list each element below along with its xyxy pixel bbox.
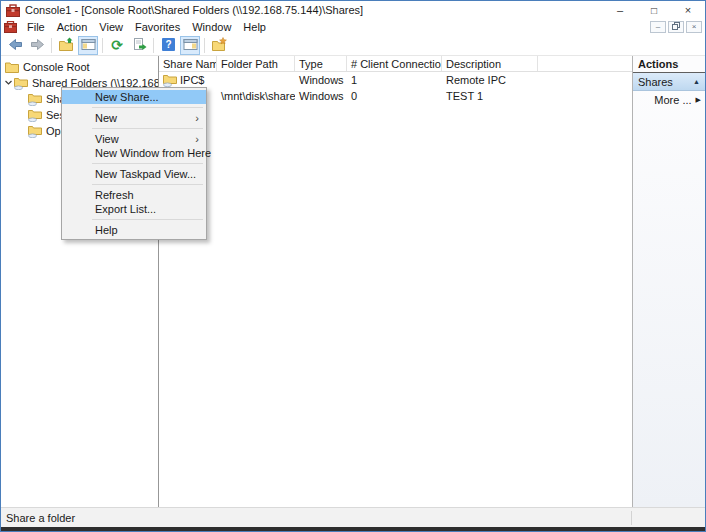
export-list-button[interactable] [129, 36, 149, 55]
table-row-share[interactable]: \mnt\disk\share Windows 0 TEST 1 [159, 88, 632, 104]
menu-item-new-window-from-here[interactable]: New Window from Here [62, 146, 206, 160]
folder-icon [5, 61, 19, 74]
mdi-restore-button[interactable] [668, 21, 684, 33]
toolbar-separator [153, 38, 154, 53]
mdi-window-controls: – × [650, 21, 705, 33]
tree-item-console-root[interactable]: Console Root [1, 59, 158, 75]
forward-button[interactable] [27, 36, 47, 55]
status-text: Share a folder [6, 512, 75, 524]
menu-item-new-taskpad-view[interactable]: New Taskpad View... [62, 167, 206, 181]
close-icon: × [685, 4, 691, 16]
close-button[interactable]: × [671, 1, 705, 19]
cell-folder-path: \mnt\disk\share [221, 90, 295, 102]
toolbar-separator [204, 38, 205, 53]
menu-item-new[interactable]: New › [62, 111, 206, 125]
submenu-arrow-icon: › [195, 132, 199, 146]
menu-item-help[interactable]: Help [62, 223, 206, 237]
window-bottom-edge [1, 527, 705, 531]
show-action-pane-button[interactable] [180, 36, 200, 55]
menu-action[interactable]: Action [51, 19, 94, 35]
column-header-type[interactable]: Type [295, 56, 347, 71]
console-tree-icon [81, 37, 96, 54]
context-menu: New Share... New › View › New Window fro… [61, 87, 207, 240]
refresh-icon: ⟳ [111, 38, 123, 52]
shares-list-pane: ˆ Share Name Folder Path Type # Client C… [159, 56, 632, 507]
minimize-button[interactable]: – [603, 1, 637, 19]
toolbar-separator [102, 38, 103, 53]
chevron-down-icon[interactable] [4, 77, 14, 89]
cell-client-connections: 0 [351, 90, 357, 102]
actions-pane-title: Actions [633, 56, 705, 73]
shared-folder-icon [28, 109, 42, 122]
column-header-label: # Client Connections [351, 58, 442, 70]
menu-view[interactable]: View [93, 19, 129, 35]
new-share-button[interactable] [209, 36, 229, 55]
minimize-icon: – [617, 4, 623, 16]
menu-window[interactable]: Window [186, 19, 237, 35]
mdi-restore-icon [672, 22, 680, 32]
column-header-label: Type [299, 58, 323, 70]
refresh-button[interactable]: ⟳ [107, 36, 127, 55]
more-actions-item[interactable]: More ... ▶ [633, 91, 705, 108]
shared-folder-icon [14, 77, 28, 90]
menu-help[interactable]: Help [237, 19, 272, 35]
show-console-tree-button[interactable] [78, 36, 98, 55]
actions-pane: Actions Shares ▲ More ... ▶ [632, 56, 705, 507]
sort-ascending-icon: ˆ [185, 56, 188, 62]
menu-item-label: New Taskpad View... [95, 168, 196, 180]
new-share-icon [212, 37, 227, 54]
cell-type: Windows [299, 90, 344, 102]
column-header-folder-path[interactable]: Folder Path [217, 56, 295, 71]
actions-section-shares[interactable]: Shares ▲ [633, 73, 705, 91]
shared-folder-icon [163, 74, 177, 87]
cell-client-connections: 1 [351, 74, 357, 86]
mmc-window: Console1 - [Console Root\Shared Folders … [0, 0, 706, 532]
column-header-share-name[interactable]: ˆ Share Name [159, 56, 217, 71]
column-header-client-connections[interactable]: # Client Connections [347, 56, 442, 71]
maximize-icon: □ [651, 5, 657, 16]
table-row-ipc[interactable]: IPC$ Windows 1 Remote IPC [159, 72, 632, 88]
more-actions-label: More ... [654, 94, 691, 106]
menu-item-label: New Window from Here [95, 147, 211, 159]
menu-separator [92, 107, 203, 108]
mdi-minimize-icon: – [656, 23, 660, 31]
menu-item-label: Help [95, 224, 118, 236]
more-actions-arrow-icon: ▶ [696, 96, 701, 104]
actions-section-label: Shares [638, 76, 693, 88]
menu-file[interactable]: File [21, 19, 51, 35]
menu-item-export-list[interactable]: Export List... [62, 202, 206, 216]
back-button[interactable] [5, 36, 25, 55]
menu-item-new-share[interactable]: New Share... [62, 90, 206, 104]
menu-item-label: Refresh [95, 189, 134, 201]
submenu-arrow-icon: › [195, 111, 199, 125]
maximize-button[interactable]: □ [637, 1, 671, 19]
menu-item-label: New Share... [95, 91, 159, 103]
menu-item-label: New [95, 112, 117, 124]
mdi-close-button[interactable]: × [686, 21, 702, 33]
mdi-minimize-button[interactable]: – [650, 21, 666, 33]
column-header-description[interactable]: Description [442, 56, 538, 71]
toolbar: ⟳ ? [1, 35, 705, 56]
menu-item-label: Export List... [95, 203, 156, 215]
up-one-level-button[interactable] [56, 36, 76, 55]
action-pane-icon [183, 37, 198, 54]
column-header-label: Description [446, 58, 501, 70]
shared-folder-icon [28, 93, 42, 106]
mdi-close-icon: × [692, 23, 697, 31]
cell-description: TEST 1 [446, 90, 483, 102]
list-header-row: ˆ Share Name Folder Path Type # Client C… [159, 56, 632, 72]
title-bar[interactable]: Console1 - [Console Root\Shared Folders … [1, 1, 705, 19]
forward-icon [30, 37, 45, 54]
help-button[interactable]: ? [158, 36, 178, 55]
mdi-child-icon [4, 21, 17, 33]
mmc-app-icon [6, 4, 20, 17]
menu-favorites[interactable]: Favorites [129, 19, 186, 35]
status-bar: Share a folder [1, 507, 705, 527]
cell-type: Windows [299, 74, 344, 86]
menu-item-refresh[interactable]: Refresh [62, 188, 206, 202]
collapse-section-icon[interactable]: ▲ [693, 78, 700, 85]
menu-separator [92, 219, 203, 220]
menu-item-view[interactable]: View › [62, 132, 206, 146]
menu-separator [92, 128, 203, 129]
back-icon [8, 37, 23, 54]
